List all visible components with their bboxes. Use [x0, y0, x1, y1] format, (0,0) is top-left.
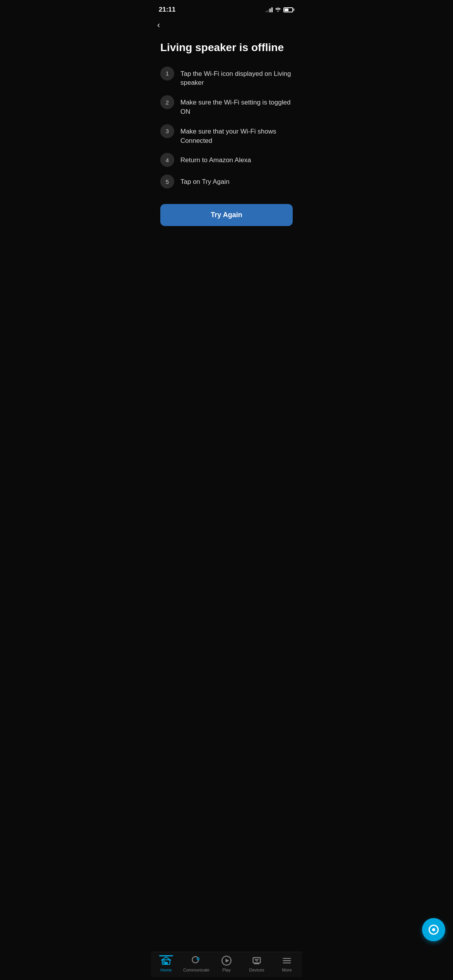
step-text-2: Make sure the Wi-Fi setting is toggled O… — [180, 95, 293, 117]
step-item-1: 1 Tap the Wi-Fi icon displayed on Living… — [160, 67, 293, 88]
step-text-4: Return to Amazon Alexa — [180, 153, 251, 165]
step-text-1: Tap the Wi-Fi icon displayed on Living s… — [180, 67, 293, 88]
step-number-5: 5 — [160, 175, 174, 188]
steps-list: 1 Tap the Wi-Fi icon displayed on Living… — [160, 67, 293, 189]
step-item-5: 5 Tap on Try Again — [160, 175, 293, 188]
step-text-3: Make sure that your Wi-Fi shows Connecte… — [180, 124, 293, 146]
step-number-3: 3 — [160, 124, 174, 138]
main-content: Living speaker is offline 1 Tap the Wi-F… — [151, 33, 302, 235]
battery-icon — [283, 7, 294, 12]
step-number-1: 1 — [160, 67, 174, 81]
back-button[interactable]: ‹ — [151, 17, 168, 33]
back-chevron-icon: ‹ — [157, 20, 160, 30]
status-bar: 21:11 — [151, 0, 302, 17]
page-title: Living speaker is offline — [160, 41, 293, 54]
step-number-2: 2 — [160, 95, 174, 109]
wifi-icon — [275, 7, 281, 12]
status-icons — [266, 7, 294, 12]
signal-icon — [266, 7, 273, 12]
status-time: 21:11 — [159, 6, 175, 14]
step-item-2: 2 Make sure the Wi-Fi setting is toggled… — [160, 95, 293, 117]
step-item-3: 3 Make sure that your Wi-Fi shows Connec… — [160, 124, 293, 146]
step-text-5: Tap on Try Again — [180, 175, 230, 187]
try-again-button[interactable]: Try Again — [160, 204, 293, 226]
step-number-4: 4 — [160, 153, 174, 167]
step-item-4: 4 Return to Amazon Alexa — [160, 153, 293, 167]
